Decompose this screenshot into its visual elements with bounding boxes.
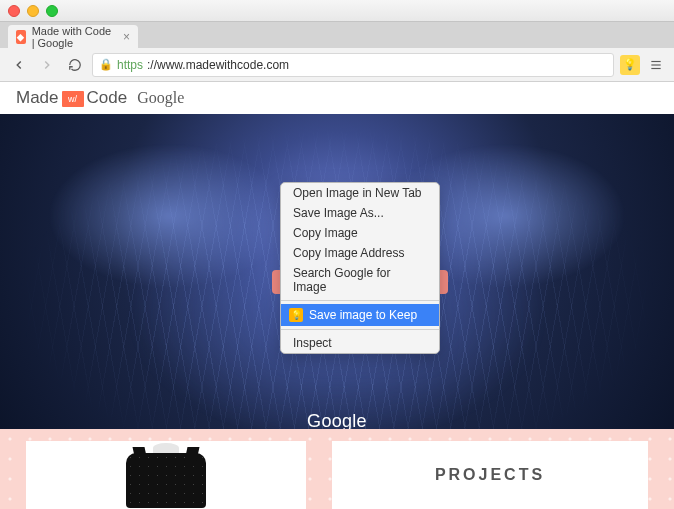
ctx-inspect[interactable]: Inspect [281,333,439,353]
tab-strip: ◆ Made with Code | Google × [0,22,674,48]
reload-button[interactable] [64,54,86,76]
projects-section: PROJECTS [0,429,674,509]
chrome-menu-icon[interactable] [646,58,666,72]
ctx-save-image-as[interactable]: Save Image As... [281,203,439,223]
url-scheme: https [117,58,143,72]
keep-icon: 💡 [289,308,303,322]
tab-close-icon[interactable]: × [123,30,130,44]
browser-tab[interactable]: ◆ Made with Code | Google × [8,25,138,48]
keep-extension-icon[interactable]: 💡 [620,55,640,75]
browser-toolbar: 🔒 https://www.madewithcode.com 💡 [0,48,674,82]
lock-icon: 🔒 [99,58,113,71]
site-header: Madew/Code Google [0,82,674,114]
favicon-icon: ◆ [16,30,26,44]
ctx-save-to-keep-label: Save image to Keep [309,308,417,322]
address-bar[interactable]: 🔒 https://www.madewithcode.com [92,53,614,77]
context-separator [281,300,439,301]
forward-button[interactable] [36,54,58,76]
logo-w-box: w/ [62,91,84,107]
logo-code: Code [87,88,128,107]
window-minimize-button[interactable] [27,5,39,17]
project-card-heading[interactable]: PROJECTS [332,441,648,509]
dress-image [106,441,226,509]
window-maximize-button[interactable] [46,5,58,17]
window-close-button[interactable] [8,5,20,17]
ctx-search-google-image[interactable]: Search Google for Image [281,263,439,297]
window-titlebar [0,0,674,22]
project-card-dress[interactable] [26,441,306,509]
back-button[interactable] [8,54,30,76]
page-viewport: Madew/Code Google Ma de Google PROJECTS … [0,82,674,509]
context-menu: Open Image in New Tab Save Image As... C… [280,182,440,354]
logo-made: Made [16,88,59,107]
google-wordmark: Google [137,89,184,107]
projects-heading: PROJECTS [435,466,545,484]
site-logo[interactable]: Madew/Code [16,88,127,108]
ctx-copy-image[interactable]: Copy Image [281,223,439,243]
ctx-open-new-tab[interactable]: Open Image in New Tab [281,183,439,203]
ctx-save-to-keep[interactable]: 💡 Save image to Keep [281,304,439,326]
context-separator-2 [281,329,439,330]
tab-title: Made with Code | Google [32,25,117,49]
ctx-copy-image-address[interactable]: Copy Image Address [281,243,439,263]
url-rest: ://www.madewithcode.com [147,58,289,72]
